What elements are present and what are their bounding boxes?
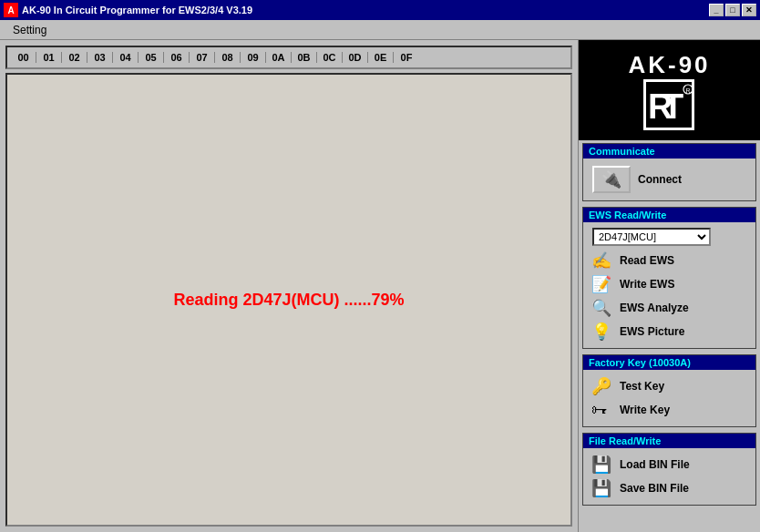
minimize-button[interactable]: _ [709, 4, 724, 16]
write-ews-icon: 📝 [591, 274, 614, 294]
test-key-icon: 🔑 [591, 376, 614, 396]
ews-picture-icon: 💡 [591, 322, 614, 342]
save-bin-button[interactable]: 💾 Save BIN File [589, 477, 750, 499]
test-key-button[interactable]: 🔑 Test Key [589, 375, 750, 397]
close-button[interactable]: ✕ [742, 4, 756, 16]
main-content: 000102030405060708090A0B0C0D0E0F Reading… [0, 40, 760, 532]
test-key-svg: 🔑 [591, 377, 613, 395]
hex-cell: 05 [139, 52, 164, 63]
svg-text:T: T [662, 87, 683, 126]
hex-cell: 09 [241, 52, 266, 63]
svg-text:💾: 💾 [591, 479, 612, 497]
write-key-svg: 🗝 [591, 401, 613, 419]
menu-bar: Setting [0, 20, 760, 40]
write-key-icon: 🗝 [591, 400, 614, 420]
read-ews-button[interactable]: ✍ Read EWS [589, 250, 750, 271]
ews-dropdown[interactable]: 2D47J[MCU]EWS2EWS3EWS4 [592, 228, 711, 246]
hex-cell: 0D [343, 52, 368, 63]
logo-svg: R T R [646, 82, 692, 128]
title-bar: A AK-90 In Circuit Programmer for EWS2/3… [0, 0, 760, 20]
save-bin-svg: 💾 [591, 479, 613, 497]
save-bin-icon: 💾 [591, 478, 614, 498]
ews-analyze-button[interactable]: 🔍 EWS Analyze [589, 297, 750, 319]
write-key-button[interactable]: 🗝 Write Key [589, 399, 750, 421]
svg-text:📝: 📝 [591, 275, 612, 293]
analyze-icon-svg: 🔍 [591, 299, 613, 317]
hex-cell: 0F [394, 52, 419, 63]
title-bar-buttons: _ □ ✕ [709, 4, 756, 16]
ews-picture-label: EWS Picture [620, 325, 684, 338]
reading-area: Reading 2D47J(MCU) ......79% [5, 73, 572, 527]
write-icon-svg: 📝 [591, 275, 613, 293]
logo-wrapper: AK-90 R T R [628, 51, 710, 130]
logo-area: AK-90 R T R [579, 40, 760, 140]
left-panel: 000102030405060708090A0B0C0D0E0F Reading… [0, 40, 578, 532]
svg-text:🔍: 🔍 [591, 299, 612, 317]
hex-header: 000102030405060708090A0B0C0D0E0F [5, 46, 572, 69]
ews-readwrite-body: 2D47J[MCU]EWS2EWS3EWS4 ✍ Read EWS 📝 [583, 222, 755, 348]
maximize-button[interactable]: □ [725, 4, 740, 16]
hex-cell: 08 [215, 52, 241, 63]
load-bin-icon: 💾 [591, 455, 614, 475]
svg-text:💾: 💾 [591, 455, 612, 474]
hex-cell: 03 [87, 52, 113, 63]
svg-text:🗝: 🗝 [591, 401, 608, 419]
hex-cell: 0A [266, 52, 292, 63]
communicate-title: Communicate [583, 144, 755, 159]
hex-cell: 06 [164, 52, 190, 63]
ews-picture-button[interactable]: 💡 EWS Picture [589, 321, 750, 343]
read-ews-icon: ✍ [591, 251, 614, 271]
hex-cell: 01 [36, 52, 62, 63]
test-key-label: Test Key [620, 380, 664, 393]
hex-cell: 04 [113, 52, 139, 63]
communicate-body: 🔌 Connect [583, 159, 755, 200]
ews-analyze-label: EWS Analyze [620, 302, 689, 314]
save-bin-label: Save BIN File [620, 482, 689, 495]
write-ews-button[interactable]: 📝 Write EWS [589, 273, 750, 295]
factory-key-body: 🔑 Test Key 🗝 Write Key [583, 370, 755, 426]
ews-analyze-icon: 🔍 [591, 298, 614, 318]
picture-icon-svg: 💡 [591, 322, 613, 341]
communicate-section: Communicate 🔌 Connect [582, 143, 756, 201]
connect-button[interactable]: 🔌 [592, 166, 631, 193]
factory-key-section: Factory Key (10030A) 🔑 Test Key 🗝 [582, 354, 756, 427]
file-readwrite-title: File Read/Write [583, 434, 755, 448]
reading-text: Reading 2D47J(MCU) ......79% [173, 291, 404, 310]
svg-text:💡: 💡 [591, 322, 612, 341]
factory-key-title: Factory Key (10030A) [583, 355, 755, 370]
hex-cell: 0B [292, 52, 317, 63]
window-title: AK-90 In Circuit Programmer for EWS2/3/4… [22, 5, 252, 15]
load-bin-button[interactable]: 💾 Load BIN File [589, 454, 750, 476]
hex-cell: 02 [62, 52, 87, 63]
read-ews-label: Read EWS [620, 254, 674, 267]
load-bin-svg: 💾 [591, 455, 613, 474]
hex-cell: 0C [317, 52, 343, 63]
svg-text:R: R [686, 87, 691, 93]
write-key-label: Write Key [620, 404, 670, 416]
write-ews-label: Write EWS [620, 278, 674, 291]
right-panel: AK-90 R T R Communicate [578, 40, 760, 532]
svg-text:🔑: 🔑 [591, 377, 612, 395]
logo-box: R T R [643, 79, 694, 130]
ews-dropdown-row: 2D47J[MCU]EWS2EWS3EWS4 [589, 226, 750, 248]
logo-title: AK-90 [628, 51, 710, 79]
connect-label: Connect [638, 173, 682, 186]
file-readwrite-body: 💾 Load BIN File 💾 Save BIN File [583, 448, 755, 505]
load-bin-label: Load BIN File [620, 458, 690, 471]
file-readwrite-section: File Read/Write 💾 Load BIN File 💾 [582, 433, 756, 506]
hex-cell: 07 [190, 52, 215, 63]
svg-text:✍: ✍ [591, 251, 612, 270]
connect-row: 🔌 Connect [589, 162, 750, 197]
plug-icon: 🔌 [601, 169, 621, 189]
read-icon-svg: ✍ [591, 251, 613, 270]
ews-readwrite-title: EWS Read/Write [583, 208, 755, 222]
menu-setting[interactable]: Setting [5, 22, 54, 38]
hex-cell: 0E [368, 52, 394, 63]
window-icon: A [4, 3, 18, 17]
ews-readwrite-section: EWS Read/Write 2D47J[MCU]EWS2EWS3EWS4 ✍ … [582, 207, 756, 349]
hex-cell: 00 [11, 52, 36, 63]
